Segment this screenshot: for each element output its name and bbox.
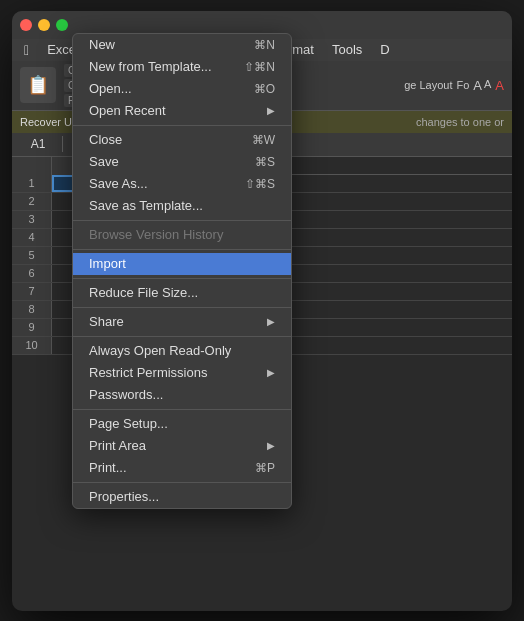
menu-separator-8	[73, 482, 291, 483]
menu-item-save-as-template-label: Save as Template...	[89, 198, 275, 213]
recovery-changes: changes to one or	[416, 116, 504, 128]
menu-item-print-area[interactable]: Print Area ▶	[73, 435, 291, 457]
menu-item-new-from-template[interactable]: New from Template... ⇧⌘N	[73, 56, 291, 78]
menu-item-reduce-file-size-label: Reduce File Size...	[89, 285, 275, 300]
menu-separator-6	[73, 336, 291, 337]
apple-menu[interactable]: 	[16, 40, 37, 60]
menu-item-close-label: Close	[89, 132, 232, 147]
menu-item-open-label: Open...	[89, 81, 234, 96]
restrict-submenu-arrow: ▶	[267, 367, 275, 378]
layout-label: ge Layout	[404, 79, 452, 91]
close-button[interactable]	[20, 19, 32, 31]
menu-item-print-area-label: Print Area	[89, 438, 267, 453]
traffic-lights	[20, 19, 68, 31]
paste-icon[interactable]: 📋	[20, 67, 56, 103]
file-menu: New ⌘N New from Template... ⇧⌘N Open... …	[72, 33, 292, 509]
menu-item-open-shortcut: ⌘O	[254, 82, 275, 96]
menu-item-new[interactable]: New ⌘N	[73, 34, 291, 56]
menu-item-save-as[interactable]: Save As... ⇧⌘S	[73, 173, 291, 195]
row-number: 5	[12, 247, 52, 264]
menu-item-save-as-shortcut: ⇧⌘S	[245, 177, 275, 191]
menu-separator-7	[73, 409, 291, 410]
excel-window:  Excel File Edit View Insert Format Too…	[12, 11, 512, 611]
menu-item-close-shortcut: ⌘W	[252, 133, 275, 147]
menu-item-page-setup-label: Page Setup...	[89, 416, 275, 431]
row-number: 7	[12, 283, 52, 300]
formulabar-divider	[62, 136, 63, 152]
menu-item-restrict-permissions-label: Restrict Permissions	[89, 365, 267, 380]
maximize-button[interactable]	[56, 19, 68, 31]
menu-item-import[interactable]: Import	[73, 253, 291, 275]
menu-item-properties[interactable]: Properties...	[73, 486, 291, 508]
paste-group: 📋	[20, 67, 56, 103]
cell-reference[interactable]: A1	[18, 137, 58, 151]
corner-cell	[12, 157, 52, 175]
row-number: 10	[12, 337, 52, 354]
menu-item-save-as-label: Save As...	[89, 176, 225, 191]
submenu-arrow: ▶	[267, 105, 275, 116]
menu-separator-5	[73, 307, 291, 308]
row-number: 1	[12, 175, 52, 192]
menu-item-browse-version-history-label: Browse Version History	[89, 227, 275, 242]
menu-item-passwords[interactable]: Passwords...	[73, 384, 291, 406]
menu-item-new-label: New	[89, 37, 234, 52]
menu-item-import-label: Import	[89, 256, 275, 271]
print-area-submenu-arrow: ▶	[267, 440, 275, 451]
menu-separator-2	[73, 220, 291, 221]
menu-item-save[interactable]: Save ⌘S	[73, 151, 291, 173]
row-number: 8	[12, 301, 52, 318]
menu-item-new-from-template-shortcut: ⇧⌘N	[244, 60, 275, 74]
toolbar-right: ge Layout Fo A A A	[404, 78, 504, 93]
font-color-button[interactable]: A	[495, 78, 504, 93]
menu-item-print-label: Print...	[89, 460, 235, 475]
menu-item-open-recent[interactable]: Open Recent ▶	[73, 100, 291, 122]
menu-item-passwords-label: Passwords...	[89, 387, 275, 402]
minimize-button[interactable]	[38, 19, 50, 31]
menu-separator-1	[73, 125, 291, 126]
font-size-buttons: A A	[473, 78, 491, 93]
menu-item-save-shortcut: ⌘S	[255, 155, 275, 169]
menu-item-reduce-file-size[interactable]: Reduce File Size...	[73, 282, 291, 304]
menu-item-new-from-template-label: New from Template...	[89, 59, 224, 74]
row-number: 2	[12, 193, 52, 210]
menubar-item-tools[interactable]: Tools	[324, 40, 370, 59]
menu-item-print-shortcut: ⌘P	[255, 461, 275, 475]
row-number: 9	[12, 319, 52, 336]
menu-separator-3	[73, 249, 291, 250]
menu-item-open[interactable]: Open... ⌘O	[73, 78, 291, 100]
menubar-item-d[interactable]: D	[372, 40, 397, 59]
format-label: Fo	[456, 79, 469, 91]
menu-item-save-label: Save	[89, 154, 235, 169]
menu-item-page-setup[interactable]: Page Setup...	[73, 413, 291, 435]
menu-item-save-as-template[interactable]: Save as Template...	[73, 195, 291, 217]
menu-item-always-open-read-only-label: Always Open Read-Only	[89, 343, 275, 358]
font-size-decrease[interactable]: A	[484, 78, 491, 93]
menu-item-restrict-permissions[interactable]: Restrict Permissions ▶	[73, 362, 291, 384]
menu-item-new-shortcut: ⌘N	[254, 38, 275, 52]
menu-item-always-open-read-only[interactable]: Always Open Read-Only	[73, 340, 291, 362]
row-number: 6	[12, 265, 52, 282]
share-submenu-arrow: ▶	[267, 316, 275, 327]
menu-item-share-label: Share	[89, 314, 267, 329]
row-number: 3	[12, 211, 52, 228]
menu-item-share[interactable]: Share ▶	[73, 311, 291, 333]
menu-item-close[interactable]: Close ⌘W	[73, 129, 291, 151]
menu-item-browse-version-history[interactable]: Browse Version History	[73, 224, 291, 246]
row-number: 4	[12, 229, 52, 246]
menu-separator-4	[73, 278, 291, 279]
font-size-increase[interactable]: A	[473, 78, 482, 93]
menu-item-properties-label: Properties...	[89, 489, 275, 504]
menu-item-print[interactable]: Print... ⌘P	[73, 457, 291, 479]
menu-item-open-recent-label: Open Recent	[89, 103, 267, 118]
